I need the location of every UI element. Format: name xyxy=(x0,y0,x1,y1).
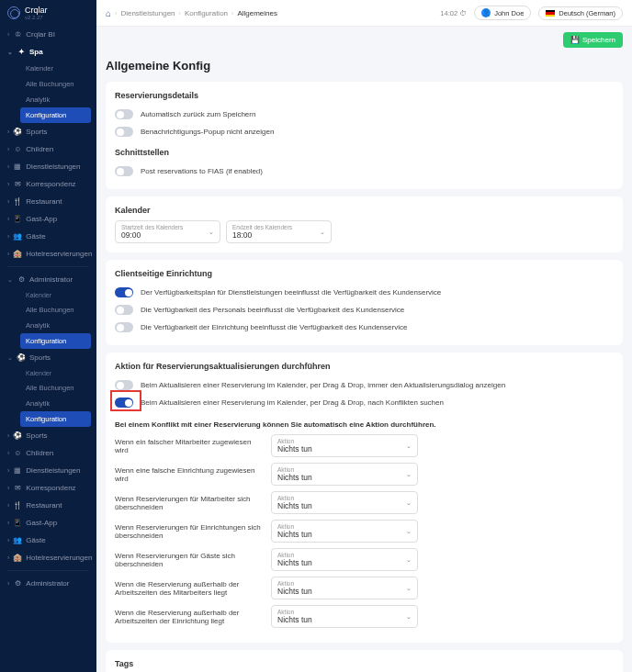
time: 14:02 ⏱ xyxy=(440,9,467,17)
breadcrumb-item[interactable]: Dienstleistungen xyxy=(120,9,175,17)
toggle-facility-availability[interactable] xyxy=(115,322,133,332)
calendar-end-select[interactable]: Endzeit des Kalenders 18:00 ⌄ xyxy=(226,220,332,243)
sidebar-item[interactable]: ›✉Korrespondenz xyxy=(0,479,96,497)
sidebar-sub-item[interactable]: Analytik xyxy=(20,92,96,107)
section-title: Clientseitige Einrichtung xyxy=(115,269,614,278)
chevron-down-icon: ⌄ xyxy=(406,471,412,478)
sidebar: Crqlar v2.2.27 ›♔Crqlar BI⌄✦SpaKalenderA… xyxy=(0,0,96,672)
chevron-icon: › xyxy=(7,520,9,526)
chevron-icon: › xyxy=(7,450,9,456)
sidebar-sub-item[interactable]: Kalender xyxy=(20,366,96,380)
chevron-right-icon: › xyxy=(115,10,117,17)
home-icon[interactable]: ⌂ xyxy=(106,8,111,18)
sidebar-sub-item[interactable]: Alle Buchungen xyxy=(20,302,96,318)
sidebar-sub-item[interactable]: Alle Buchungen xyxy=(20,380,96,396)
sidebar-item[interactable]: ⌄⚽Sports xyxy=(0,349,96,366)
sidebar-item[interactable]: ›👥Gäste xyxy=(0,532,96,549)
toggle-conflict-search[interactable] xyxy=(115,398,133,408)
action-label: Wenn Reservierungen für Gäste sich übers… xyxy=(115,552,262,568)
section-title: Aktion für Reservierungsaktualisierungen… xyxy=(115,362,614,371)
sidebar-sub-item[interactable]: Kalender xyxy=(20,288,96,302)
sidebar-item[interactable]: ›♔Crqlar BI xyxy=(0,26,96,43)
sidebar-item[interactable]: ›🍴Restaurant xyxy=(0,497,96,514)
sidebar-item[interactable]: ›⚽Sports xyxy=(0,123,96,140)
breadcrumb-item[interactable]: Konfiguration xyxy=(185,9,228,17)
toggle-popup[interactable] xyxy=(115,127,133,137)
chevron-icon: ⌄ xyxy=(7,49,13,56)
chevron-right-icon: › xyxy=(231,10,233,17)
topbar: ⌂ › Dienstleistungen › Konfiguration › A… xyxy=(96,0,632,27)
toggle-fias[interactable] xyxy=(115,166,133,176)
language-menu[interactable]: Deutsch (German) xyxy=(538,6,623,20)
action-select[interactable]: AktionNichts tun⌄ xyxy=(271,577,418,599)
action-label: Wenn die Reservierung außerhalb der Arbe… xyxy=(115,609,262,625)
sidebar-item[interactable]: ›▦Dienstleistungen xyxy=(0,462,96,479)
sidebar-item[interactable]: ›⚽Sports xyxy=(0,427,96,444)
sidebar-item[interactable]: ›⚙Administrator xyxy=(0,575,96,592)
user-name: John Doe xyxy=(494,9,524,17)
action-select[interactable]: AktionNichts tun⌄ xyxy=(271,548,418,571)
action-select[interactable]: AktionNichts tun⌄ xyxy=(271,434,418,457)
sidebar-item[interactable]: ›📱Gast-App xyxy=(0,514,96,532)
sidebar-item[interactable]: ›▦Dienstleistungen xyxy=(0,158,96,175)
nav-icon: 🍴 xyxy=(13,501,22,510)
nav: ›♔Crqlar BI⌄✦SpaKalenderAlle BuchungenAn… xyxy=(0,26,96,592)
chevron-icon: › xyxy=(7,216,9,222)
conflict-note: Bei einem Konflikt mit einer Reservierun… xyxy=(115,420,614,429)
sidebar-item[interactable]: ⌄✦Spa xyxy=(0,43,96,61)
toggle-auto-back[interactable] xyxy=(115,109,133,119)
app-name: Crqlar xyxy=(25,6,48,15)
chevron-down-icon: ⌄ xyxy=(320,229,325,236)
sidebar-item[interactable]: ›🏨Hotelreservierungen xyxy=(0,245,96,263)
action-select[interactable]: AktionNichts tun⌄ xyxy=(271,520,418,543)
nav-icon: ☺ xyxy=(13,449,22,457)
chevron-down-icon: ⌄ xyxy=(406,585,412,592)
calendar-start-select[interactable]: Startzeit des Kalenders 09:00 ⌄ xyxy=(115,220,220,243)
sidebar-item[interactable]: ⌄⚙Administrator xyxy=(0,271,96,288)
nav-icon: ♔ xyxy=(13,30,22,39)
action-select[interactable]: AktionNichts tun⌄ xyxy=(271,605,418,628)
save-button[interactable]: 💾 Speichern xyxy=(563,32,623,48)
sidebar-item[interactable]: ›🏨Hotelreservierungen xyxy=(0,549,96,566)
user-icon: 👤 xyxy=(481,8,491,17)
chevron-icon: › xyxy=(7,251,9,257)
sidebar-sub-item[interactable]: Konfiguration xyxy=(20,107,91,123)
page-title: Allgemeine Konfig xyxy=(106,59,623,73)
toggle-service-availability[interactable] xyxy=(115,287,133,297)
toggle-staff-availability[interactable] xyxy=(115,305,133,315)
nav-icon: ✉ xyxy=(13,180,22,188)
sidebar-item[interactable]: ›👥Gäste xyxy=(0,228,96,245)
nav-icon: ⚙ xyxy=(13,579,22,588)
nav-icon: ✦ xyxy=(17,48,26,56)
sidebar-item[interactable]: ›☺Children xyxy=(0,444,96,462)
sidebar-item[interactable]: ›🍴Restaurant xyxy=(0,193,96,210)
save-icon: 💾 xyxy=(570,36,580,44)
chevron-down-icon: ⌄ xyxy=(406,499,412,507)
action-select[interactable]: AktionNichts tun⌄ xyxy=(271,463,418,486)
breadcrumb-current: Allgemeines xyxy=(237,9,277,17)
sidebar-sub-item[interactable]: Konfiguration xyxy=(20,333,91,349)
chevron-icon: › xyxy=(7,580,9,587)
chevron-icon: ⌄ xyxy=(7,276,13,284)
chevron-down-icon: ⌄ xyxy=(406,556,412,564)
chevron-icon: › xyxy=(7,432,9,439)
chevron-icon: › xyxy=(7,146,9,152)
sidebar-sub-item[interactable]: Alle Buchungen xyxy=(20,76,96,92)
sidebar-item[interactable]: ›☺Children xyxy=(0,140,96,158)
sidebar-sub-item[interactable]: Analytik xyxy=(20,318,96,333)
nav-icon: ⚽ xyxy=(17,353,26,362)
nav-icon: ☺ xyxy=(13,145,22,153)
action-select[interactable]: AktionNichts tun⌄ xyxy=(271,491,418,514)
sidebar-sub-item[interactable]: Kalender xyxy=(20,61,96,76)
nav-icon: ▦ xyxy=(13,466,22,475)
sidebar-item[interactable]: ›📱Gast-App xyxy=(0,210,96,228)
nav-icon: 👥 xyxy=(13,536,22,544)
action-label: Wenn Reservierungen für Mitarbeiter sich… xyxy=(115,495,262,511)
chevron-down-icon: ⌄ xyxy=(406,442,412,450)
sidebar-item[interactable]: ›✉Korrespondenz xyxy=(0,175,96,193)
app-version: v2.2.27 xyxy=(25,15,48,20)
sidebar-sub-item[interactable]: Analytik xyxy=(20,396,96,411)
toggle-update-dialog[interactable] xyxy=(115,380,133,390)
user-menu[interactable]: 👤 John Doe xyxy=(474,6,531,20)
sidebar-sub-item[interactable]: Konfiguration xyxy=(20,411,91,427)
